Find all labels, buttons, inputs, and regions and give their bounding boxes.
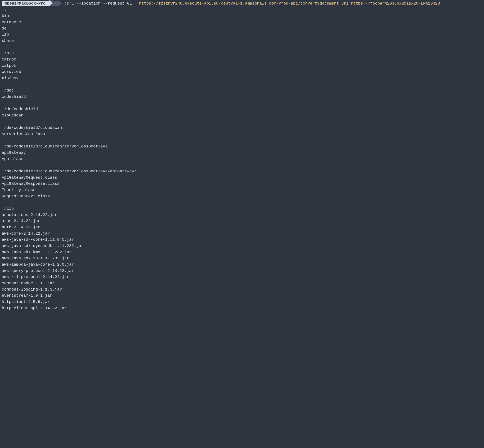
output-line: ./de/codeshield: xyxy=(2,106,482,112)
output-line: aws-lambda-java-core-1.2.0.jar xyxy=(2,262,482,268)
output-line xyxy=(2,44,482,50)
output-line: App.class xyxy=(2,156,482,162)
output-line: arns-2.14.22.jar xyxy=(2,218,482,224)
output-line: ./bin: xyxy=(2,50,482,56)
output-line: wordview xyxy=(2,69,482,75)
output-line: .: xyxy=(2,7,482,13)
output-line: aws-xml-protocol-2.14.22.jar xyxy=(2,274,482,280)
output-line: share xyxy=(2,38,482,44)
command-text: curl --location --request GET 'https://z… xyxy=(62,1,442,6)
output-line: lib xyxy=(2,32,482,38)
command-flags: --location --request GET xyxy=(74,1,137,6)
output-line: auth-2.14.22.jar xyxy=(2,224,482,231)
output-line: annotations-2.14.22.jar xyxy=(2,212,482,218)
output-line: RequestContext.class xyxy=(2,193,482,200)
output-line: commons-codec-1.11.jar xyxy=(2,280,482,287)
command-name: curl xyxy=(64,1,74,6)
output-line: ./de/codeshield/cloudscan/serverlessGoat… xyxy=(2,168,482,175)
output-line: apiGateway xyxy=(2,150,482,156)
output-line: aws-java-sdk-dynamodb-1.11.232.jar xyxy=(2,243,482,249)
output-line: Identity.class xyxy=(2,187,482,193)
output-line xyxy=(2,81,482,88)
output-line: catppt xyxy=(2,63,482,69)
prompt-cwd: ~ xyxy=(53,1,59,6)
command-url-arg: 'https://zzszhyr246.execute-api.eu-centr… xyxy=(137,1,442,6)
output-line: httpclient-4.5.9.jar xyxy=(2,299,482,305)
terminal-output: .:bincatdocrcdelibshare ./bin:catdoccatp… xyxy=(2,7,482,312)
output-line: aws-query-protocol-2.14.22.jar xyxy=(2,268,482,274)
output-line: serverlessGoatJava xyxy=(2,131,482,137)
output-line xyxy=(2,200,482,206)
output-line: http-client-spi-2.14.22.jar xyxy=(2,305,482,312)
output-line: aws-java-sdk-s3-1.11.232.jar xyxy=(2,256,482,262)
output-line: catdocrc xyxy=(2,19,482,26)
output-line: bin xyxy=(2,13,482,19)
output-line: aws-java-sdk-kms-1.11.232.jar xyxy=(2,249,482,256)
powerline-separator-icon xyxy=(49,0,53,6)
output-line: ./de: xyxy=(2,88,482,94)
output-line: de xyxy=(2,26,482,32)
output-line: catdoc xyxy=(2,56,482,63)
terminal-window[interactable]: mbenz@MacBook-Pro ~ curl --location --re… xyxy=(0,0,484,312)
output-line: commons-logging-1.1.3.jar xyxy=(2,287,482,293)
output-line xyxy=(2,100,482,106)
output-line: ./de/codeshield/cloudscan/serverlessGoat… xyxy=(2,144,482,150)
prompt-user-host: mbenz@MacBook-Pro xyxy=(2,1,49,6)
output-line: codeshield xyxy=(2,94,482,100)
output-line: aws-core-2.14.22.jar xyxy=(2,231,482,237)
output-line: ./de/codeshield/cloudscan: xyxy=(2,125,482,131)
output-line: aws-java-sdk-core-1.11.845.jar xyxy=(2,237,482,243)
output-line: cloudscan xyxy=(2,112,482,119)
output-line: ApiGatewayResponse.class xyxy=(2,181,482,187)
output-line xyxy=(2,137,482,144)
output-line xyxy=(2,162,482,168)
prompt-line: mbenz@MacBook-Pro ~ curl --location --re… xyxy=(2,0,482,7)
output-line: eventstream-1.0.1.jar xyxy=(2,293,482,299)
output-line: xls2csv xyxy=(2,75,482,81)
output-line: ./lib: xyxy=(2,206,482,212)
output-line xyxy=(2,119,482,125)
powerline-separator-icon xyxy=(59,0,62,6)
output-line: ApiGatewayRequest.class xyxy=(2,175,482,181)
